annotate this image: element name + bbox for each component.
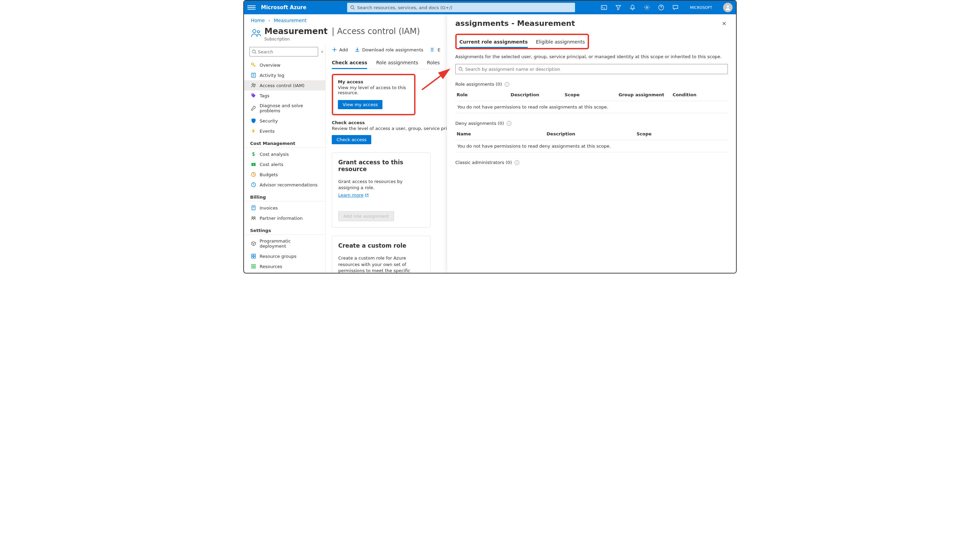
add-role-assignment-button: Add role assignment bbox=[338, 211, 394, 221]
sidebar-item-access-control-iam-[interactable]: Access control (IAM) bbox=[244, 80, 325, 91]
edit-columns-button[interactable]: E bbox=[430, 47, 440, 52]
global-search-input[interactable] bbox=[357, 5, 572, 10]
log-icon bbox=[251, 72, 256, 78]
brand-label[interactable]: Microsoft Azure bbox=[261, 5, 306, 11]
page-subtitle: Access control (IAM) bbox=[337, 27, 420, 36]
svg-rect-36 bbox=[255, 266, 256, 267]
column-group-assignment: Group assignment bbox=[619, 92, 673, 97]
sidebar-item-resource-groups[interactable]: Resource groups bbox=[244, 251, 325, 261]
my-access-desc: View my level of access to this resource… bbox=[338, 85, 409, 95]
sidebar-item-security[interactable]: Security bbox=[244, 116, 325, 126]
svg-point-16 bbox=[254, 84, 256, 85]
sidebar-item-diagnose-and-solve-problems[interactable]: Diagnose and solve problems bbox=[244, 101, 325, 116]
info-icon[interactable]: i bbox=[507, 121, 511, 126]
sidebar-item-partner-information[interactable]: Partner information bbox=[244, 213, 325, 223]
svg-rect-33 bbox=[255, 264, 256, 266]
column-scope: Scope bbox=[565, 92, 619, 97]
sidebar-item-cost-analysis[interactable]: Cost analysis bbox=[244, 149, 325, 159]
info-icon[interactable]: i bbox=[514, 160, 519, 165]
sidebar-item-tags[interactable]: Tags bbox=[244, 91, 325, 101]
panel-tab-eligible-assignments[interactable]: Eligible assignments bbox=[536, 38, 585, 48]
breadcrumb-current[interactable]: Measurement bbox=[274, 18, 307, 23]
svg-line-1 bbox=[353, 8, 355, 10]
sidebar-item-label: Cost alerts bbox=[259, 162, 283, 167]
sidebar-collapse-icon[interactable]: « bbox=[321, 49, 323, 54]
sidebar-section-settings: Settings bbox=[244, 223, 325, 235]
info-icon[interactable]: i bbox=[504, 82, 509, 87]
feedback-icon[interactable] bbox=[672, 5, 679, 11]
breadcrumb-home[interactable]: Home bbox=[251, 18, 265, 23]
role-table-header: RoleDescriptionScopeGroup assignmentCond… bbox=[455, 89, 728, 101]
sidebar-item-resources[interactable]: Resources bbox=[244, 261, 325, 272]
wrench-icon bbox=[251, 105, 256, 111]
tenant-label: MICROSOFT bbox=[690, 5, 712, 10]
grant-learn-more-link[interactable]: Learn more bbox=[338, 192, 369, 198]
panel-search[interactable] bbox=[455, 64, 728, 74]
grant-access-desc: Grant access to resources by assigning a… bbox=[338, 178, 424, 191]
sidebar-item-budgets[interactable]: Budgets bbox=[244, 169, 325, 180]
sidebar-item-programmatic-deployment[interactable]: Programmatic deployment bbox=[244, 236, 325, 251]
sidebar-item-cost-alerts[interactable]: $Cost alerts bbox=[244, 159, 325, 169]
sidebar-search[interactable] bbox=[250, 47, 318, 56]
sidebar-section-billing: Billing bbox=[244, 190, 325, 201]
plus-icon bbox=[332, 47, 337, 52]
sidebar-item-overview[interactable]: Overview bbox=[244, 60, 325, 70]
sidebar-item-events[interactable]: Events bbox=[244, 126, 325, 136]
sidebar-item-advisor-recommendations[interactable]: Advisor recommendations bbox=[244, 180, 325, 190]
check-access-button[interactable]: Check access bbox=[332, 135, 371, 144]
column-name: Name bbox=[457, 131, 546, 137]
svg-point-0 bbox=[351, 6, 354, 9]
notifications-icon[interactable] bbox=[630, 5, 636, 11]
cube-icon bbox=[251, 241, 256, 246]
settings-icon[interactable] bbox=[644, 5, 650, 11]
svg-point-26 bbox=[254, 217, 255, 218]
global-search[interactable] bbox=[347, 3, 575, 12]
people-icon bbox=[251, 83, 256, 88]
grant-access-card: Grant access to this resource Grant acce… bbox=[332, 153, 430, 227]
sidebar-item-invoices[interactable]: Invoices bbox=[244, 203, 325, 213]
deny-table-header: NameDescriptionScope bbox=[455, 128, 728, 140]
panel-tab-current-role-assignments[interactable]: Current role assignments bbox=[460, 38, 528, 48]
deny-empty-message: You do not have permissions to read deny… bbox=[455, 140, 728, 153]
avatar[interactable] bbox=[723, 3, 733, 12]
add-button[interactable]: Add bbox=[332, 47, 348, 52]
help-icon[interactable] bbox=[658, 5, 664, 11]
tab-role-assignments[interactable]: Role assignments bbox=[376, 57, 418, 69]
cloud-shell-icon[interactable] bbox=[601, 5, 607, 11]
column-scope: Scope bbox=[637, 131, 727, 137]
role-empty-message: You do not have permissions to read role… bbox=[455, 101, 728, 113]
sidebar-item-label: Invoices bbox=[259, 205, 278, 211]
svg-rect-29 bbox=[251, 256, 253, 258]
view-my-access-button[interactable]: View my access bbox=[338, 100, 382, 109]
column-condition: Condition bbox=[672, 92, 727, 97]
svg-point-5 bbox=[727, 5, 729, 8]
hamburger-icon[interactable] bbox=[247, 3, 256, 11]
sidebar-item-activity-log[interactable]: Activity log bbox=[244, 70, 325, 80]
panel-search-input[interactable] bbox=[465, 67, 725, 72]
download-button[interactable]: Download role assignments bbox=[355, 47, 423, 52]
svg-rect-28 bbox=[254, 254, 256, 256]
close-icon[interactable]: ✕ bbox=[721, 19, 728, 28]
svg-point-17 bbox=[252, 94, 253, 95]
svg-rect-37 bbox=[251, 267, 253, 269]
invoice-icon bbox=[251, 205, 256, 211]
sidebar-item-label: Access control (IAM) bbox=[259, 83, 305, 88]
tab-roles[interactable]: Roles bbox=[427, 57, 440, 69]
sidebar-item-label: Partner information bbox=[259, 216, 302, 221]
svg-rect-27 bbox=[251, 254, 253, 256]
assignments-panel: assignments - Measurement ✕ Current role… bbox=[447, 14, 736, 273]
panel-description: Assignments for the selected user, group… bbox=[455, 54, 728, 59]
budget-icon bbox=[251, 172, 256, 177]
sidebar-item-label: Resources bbox=[259, 264, 282, 269]
custom-role-desc: Create a custom role for Azure resources… bbox=[338, 255, 424, 274]
svg-rect-32 bbox=[253, 264, 254, 266]
svg-line-9 bbox=[255, 53, 256, 54]
sidebar-item-label: Programmatic deployment bbox=[259, 239, 318, 249]
directory-filter-icon[interactable] bbox=[615, 5, 621, 11]
shield-icon bbox=[251, 118, 256, 124]
tab-check-access[interactable]: Check access bbox=[332, 57, 367, 69]
my-access-title: My access bbox=[338, 79, 409, 84]
sidebar-item-label: Cost analysis bbox=[259, 152, 289, 157]
sidebar-item-label: Activity log bbox=[259, 73, 285, 78]
sidebar-search-input[interactable] bbox=[258, 49, 316, 54]
